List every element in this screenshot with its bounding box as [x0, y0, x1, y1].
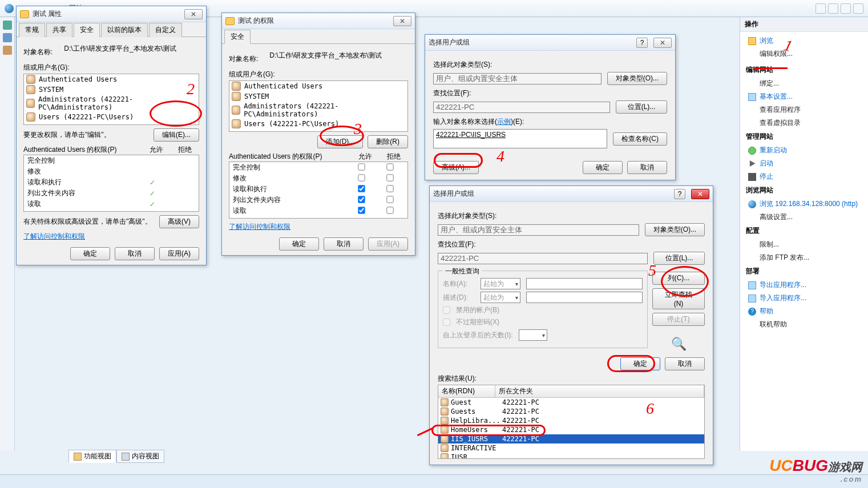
deny-checkbox[interactable] [386, 174, 393, 181]
features-view-tab[interactable]: 功能视图 [68, 450, 116, 463]
action-start[interactable]: 启动 [760, 159, 773, 168]
users-listbox[interactable]: Authenticated Users SYSTEM Administrator… [23, 74, 199, 125]
users-listbox[interactable]: Authenticated Users SYSTEM Administrator… [229, 80, 408, 132]
action-stop[interactable]: 停止 [760, 172, 773, 182]
toolbar-icon[interactable] [853, 3, 863, 14]
action-edit-permissions[interactable]: 编辑权限... [760, 49, 793, 59]
stop-icon [748, 173, 756, 181]
advanced-button[interactable]: 高级(V) [159, 215, 199, 228]
action-bindings[interactable]: 绑定... [760, 79, 779, 88]
edit-hint: 要更改权限，请单击"编辑"。 [23, 130, 154, 140]
help-link[interactable]: 了解访问控制和权限 [229, 222, 408, 232]
content-view-tab[interactable]: 内容视图 [116, 450, 164, 463]
columns-button[interactable]: 列(C)... [652, 272, 705, 285]
allow-checkbox[interactable] [358, 174, 365, 181]
object-type-button[interactable]: 对象类型(O)... [607, 72, 667, 85]
table-row[interactable]: Guests422221-PC [438, 407, 704, 416]
name-mode-combo[interactable]: 起始为 [481, 278, 520, 289]
close-icon[interactable]: ✕ [393, 16, 411, 26]
deny-checkbox[interactable] [386, 185, 393, 192]
table-row[interactable]: HelpLibra...422221-PC [438, 416, 704, 425]
deny-checkbox[interactable] [386, 163, 393, 170]
ok-button[interactable]: 确定 [279, 237, 319, 251]
action-ftp[interactable]: 添加 FTP 发布... [760, 253, 809, 263]
action-limits[interactable]: 限制... [760, 240, 779, 249]
tab-general[interactable]: 常规 [19, 23, 45, 37]
table-row[interactable]: HomeUsers422221-PC [438, 425, 704, 434]
close-icon[interactable]: ✕ [691, 189, 709, 199]
action-import[interactable]: 导入应用程序... [760, 293, 806, 303]
remove-button[interactable]: 删除(R) [368, 135, 408, 148]
stop-button[interactable]: 停止(T) [652, 313, 705, 326]
toolbar-icon[interactable] [841, 3, 851, 14]
tab-sharing[interactable]: 共享 [46, 23, 72, 37]
desc-mode-combo[interactable]: 起始为 [481, 292, 520, 303]
add-button[interactable]: 添加(D)... [317, 135, 364, 148]
col-folder[interactable]: 所在文件夹 [495, 385, 704, 397]
tab-security[interactable]: 安全 [224, 30, 251, 44]
action-basic-settings[interactable]: 基本设置... [760, 92, 793, 102]
results-list[interactable]: 名称(RDN) 所在文件夹 Guest422221-PCGuests422221… [438, 385, 705, 459]
tab-security[interactable]: 安全 [74, 23, 100, 37]
user-icon [441, 435, 449, 443]
rail-icon[interactable] [3, 46, 12, 55]
deny-checkbox[interactable] [386, 207, 393, 213]
cancel-button[interactable]: 取消 [627, 161, 667, 174]
toolbar-icon[interactable] [828, 3, 838, 14]
noexpire-checkbox[interactable] [443, 318, 450, 326]
disabled-accounts-checkbox[interactable] [443, 306, 450, 314]
rail-icon[interactable] [3, 33, 12, 42]
help-icon[interactable]: ? [636, 38, 648, 48]
action-export[interactable]: 导出应用程序... [760, 280, 806, 290]
rail-icon[interactable] [3, 21, 12, 30]
ok-button[interactable]: 确定 [583, 161, 623, 174]
help-icon[interactable]: ? [674, 189, 685, 199]
lastlogon-combo[interactable] [519, 329, 547, 341]
action-online-help[interactable]: 联机帮助 [760, 320, 787, 329]
check-names-button[interactable]: 检查名称(C) [613, 132, 667, 146]
location-button[interactable]: 位置(L)... [653, 252, 705, 265]
location-button[interactable]: 位置(L)... [616, 100, 667, 114]
object-type-button[interactable]: 对象类型(O)... [645, 223, 705, 236]
name-input[interactable] [526, 278, 643, 289]
edit-button[interactable]: 编辑(E)... [154, 128, 199, 142]
table-row[interactable]: INTERACTIVE [438, 443, 704, 453]
help-link[interactable]: 了解访问控制和权限 [23, 232, 199, 241]
cancel-button[interactable]: 取消 [115, 247, 155, 260]
cancel-button[interactable]: 取消 [665, 357, 705, 370]
advanced-button[interactable]: 高级(A)... [433, 161, 479, 174]
allow-checkbox[interactable] [358, 207, 365, 213]
desc-input[interactable] [526, 292, 643, 303]
deny-checkbox[interactable] [386, 196, 393, 203]
action-help[interactable]: 帮助 [760, 306, 773, 316]
action-advanced[interactable]: 高级设置... [760, 212, 793, 222]
close-icon[interactable]: ✕ [184, 9, 203, 19]
find-now-button[interactable]: 立即查找(N) [652, 288, 705, 309]
action-restart[interactable]: 重新启动 [760, 146, 787, 155]
action-browse-url[interactable]: 浏览 192.168.34.128:8000 (http) [760, 199, 858, 209]
object-name-input[interactable]: 422221-PC\IIS_IUSRS [433, 129, 607, 148]
tab-previous[interactable]: 以前的版本 [101, 23, 148, 37]
col-name[interactable]: 名称(RDN) [438, 385, 495, 397]
user-icon [26, 75, 35, 84]
apply-button[interactable]: 应用(A) [368, 237, 408, 251]
table-row[interactable]: IIS_IUSRS422221-PC [438, 434, 704, 443]
action-view-vdirs[interactable]: 查看虚拟目录 [760, 118, 801, 128]
actions-panel: 操作 浏览 编辑权限... 编辑网站 绑定... 基本设置... 查看应用程序 … [740, 17, 868, 451]
cancel-button[interactable]: 取消 [324, 237, 364, 251]
allow-checkbox[interactable] [358, 196, 365, 203]
example-link[interactable]: 示例 [497, 118, 511, 126]
ok-button[interactable]: 确定 [620, 357, 660, 370]
allow-checkbox[interactable] [358, 163, 365, 170]
import-icon [748, 295, 756, 303]
toolbar-icon[interactable] [815, 3, 826, 14]
ok-button[interactable]: 确定 [70, 247, 110, 260]
table-row[interactable]: IUSR [438, 453, 704, 459]
allow-checkbox[interactable] [358, 185, 365, 192]
close-icon[interactable]: ✕ [653, 38, 672, 48]
action-explore[interactable]: 浏览 [760, 36, 773, 46]
apply-button[interactable]: 应用(A) [159, 247, 199, 260]
action-view-apps[interactable]: 查看应用程序 [760, 105, 801, 115]
table-row[interactable]: Guest422221-PC [438, 398, 704, 407]
tab-custom[interactable]: 自定义 [149, 23, 182, 37]
